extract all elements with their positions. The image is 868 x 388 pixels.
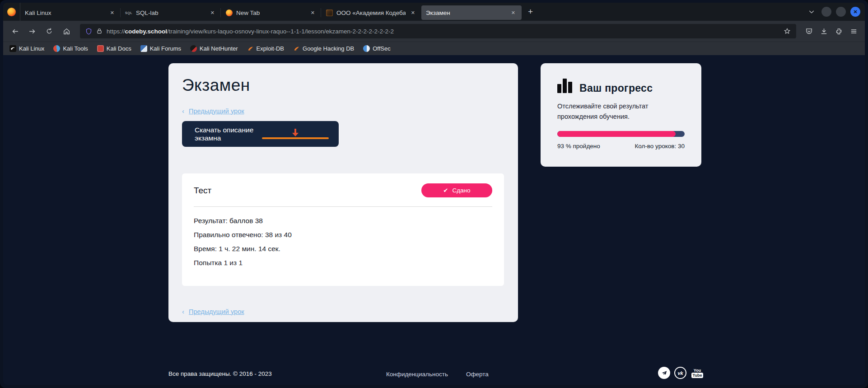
close-icon[interactable]: ✕: [108, 9, 116, 17]
previous-lesson-link-bottom[interactable]: ‹ Предыдущий урок: [182, 308, 244, 315]
lock-icon[interactable]: [96, 28, 103, 34]
home-button[interactable]: [59, 24, 74, 38]
extensions-puzzle-icon[interactable]: [835, 28, 843, 35]
pocket-icon[interactable]: [805, 28, 813, 35]
bookmark-kali-linux[interactable]: Kali Linux: [9, 45, 44, 52]
bookmarks-bar: Kali Linux Kali Tools Kali Docs Kali For…: [3, 42, 865, 55]
progress-bar: [557, 131, 685, 137]
exploit-db-bird-icon: [247, 45, 254, 52]
progress-fill: [557, 131, 676, 137]
tracking-shield-icon[interactable]: [85, 28, 92, 35]
google-hacking-db-bird-icon: [293, 45, 300, 52]
menu-hamburger-icon[interactable]: [850, 28, 858, 35]
downloads-icon[interactable]: [820, 28, 828, 35]
status-badge-passed: ✔ Сдано: [421, 183, 492, 197]
reload-button[interactable]: [42, 24, 56, 38]
chevron-left-icon: ‹: [182, 107, 184, 115]
lessons-count-label: Кол-во уроков: 30: [635, 143, 685, 150]
divider: [194, 206, 492, 207]
tab-exam-active[interactable]: Экзамен ✕: [421, 5, 522, 20]
page-title: Экзамен: [182, 76, 504, 95]
minimize-button[interactable]: [821, 7, 831, 17]
bar-chart-icon: [557, 79, 572, 93]
url-bar[interactable]: https://codeby.school/training/view/kurs…: [80, 24, 796, 38]
test-title: Тест: [194, 186, 211, 196]
close-icon[interactable]: ✕: [409, 9, 417, 17]
result-attempt: Попытка 1 из 1: [194, 259, 492, 267]
back-button[interactable]: [8, 24, 22, 38]
test-result-card: Тест ✔ Сдано Результат: баллов 38 Правил…: [182, 173, 504, 286]
tab-academy[interactable]: ООО «Академия Кодеба ✕: [321, 5, 421, 20]
tab-kali-linux[interactable]: Kali Linux ✕: [20, 5, 121, 20]
offer-link[interactable]: Оферта: [466, 371, 489, 378]
kali-dragon-icon: [9, 45, 16, 52]
bookmark-exploit-db[interactable]: Exploit-DB: [247, 45, 284, 52]
bookmark-kali-docs[interactable]: Kali Docs: [97, 45, 131, 52]
url-text: https://codeby.school/training/view/kurs…: [107, 28, 779, 35]
exam-card: Экзамен ‹ Предыдущий урок Скачать описан…: [168, 63, 518, 322]
kali-nethunter-icon: [190, 45, 197, 52]
chevron-left-icon: ‹: [182, 308, 184, 315]
telegram-icon[interactable]: [658, 367, 670, 379]
window-close-button[interactable]: ✕: [850, 7, 860, 17]
privacy-link[interactable]: Конфиденциальность: [386, 371, 448, 378]
bookmark-kali-nethunter[interactable]: Kali NetHunter: [190, 45, 238, 52]
forward-button[interactable]: [25, 24, 39, 38]
download-exam-description-button[interactable]: Скачать описание экзамна: [182, 121, 339, 147]
kali-tools-icon: [53, 45, 60, 52]
tab-sql-lab[interactable]: SQL SQL-lab ✕: [121, 5, 221, 20]
result-time: Время: 1 ч. 22 мин. 14 сек.: [194, 245, 492, 253]
download-arrow-icon: [262, 129, 329, 140]
page-content: Экзамен ‹ Предыдущий урок Скачать описан…: [3, 55, 865, 385]
list-tabs-chevron-icon[interactable]: [808, 8, 815, 15]
progress-description: Отслеживайте свой результат прохождения …: [557, 101, 670, 122]
tab-new-tab[interactable]: New Tab ✕: [221, 5, 321, 20]
copyright-text: Все права защищены. © 2016 - 2023: [168, 370, 272, 377]
bookmark-star-icon[interactable]: [784, 28, 791, 35]
firefox-icon: [7, 8, 16, 16]
close-icon[interactable]: ✕: [209, 9, 216, 17]
kali-docs-icon: [97, 45, 104, 52]
previous-lesson-link-top[interactable]: ‹ Предыдущий урок: [182, 107, 504, 115]
navigation-bar: https://codeby.school/training/view/kurs…: [3, 21, 865, 42]
tab-bar: Kali Linux ✕ SQL SQL-lab ✕ New Tab ✕ ООО…: [3, 3, 865, 21]
close-icon[interactable]: ✕: [509, 9, 517, 17]
result-score: Результат: баллов 38: [194, 217, 492, 225]
browser-window: Kali Linux ✕ SQL SQL-lab ✕ New Tab ✕ ООО…: [0, 0, 868, 388]
result-correct: Правильно отвечено: 38 из 40: [194, 231, 492, 239]
bookmark-google-hacking-db[interactable]: Google Hacking DB: [293, 45, 354, 52]
maximize-button[interactable]: [836, 7, 846, 17]
progress-card: Ваш прогресс Отслеживайте свой результат…: [541, 63, 701, 167]
firefox-view-button[interactable]: [3, 3, 20, 21]
test-results: Результат: баллов 38 Правильно отвечено:…: [194, 217, 492, 267]
checkmark-icon: ✔: [443, 187, 448, 194]
sql-favicon: SQL: [125, 9, 132, 16]
firefox-favicon: [225, 9, 233, 16]
youtube-icon[interactable]: You Tube: [691, 367, 704, 379]
kali-forums-icon: [140, 45, 147, 52]
bookmark-kali-forums[interactable]: Kali Forums: [140, 45, 181, 52]
vk-icon[interactable]: vk: [674, 367, 686, 379]
new-tab-button[interactable]: +: [523, 6, 537, 18]
bookmark-kali-tools[interactable]: Kali Tools: [53, 45, 88, 52]
close-icon[interactable]: ✕: [309, 9, 317, 17]
offsec-icon: [363, 45, 370, 52]
bookmark-offsec[interactable]: OffSec: [363, 45, 391, 52]
progress-percent-label: 93 % пройдено: [557, 143, 600, 150]
site-favicon: [326, 9, 333, 16]
progress-title: Ваш прогресс: [579, 82, 653, 94]
